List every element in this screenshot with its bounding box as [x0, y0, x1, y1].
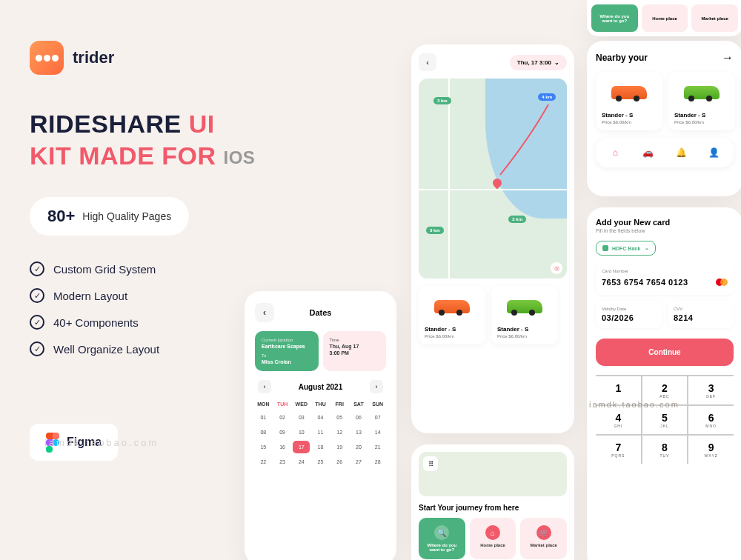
keypad-key[interactable]: 6MNO [688, 406, 734, 434]
day-cell[interactable]: 05 [331, 411, 348, 424]
arrow-right-icon[interactable]: → [722, 51, 734, 64]
day-cell[interactable]: 21 [369, 441, 386, 453]
day-cell[interactable]: 23 [274, 456, 291, 468]
day-cell[interactable]: 08 [255, 426, 272, 439]
back-button[interactable]: ‹ [255, 303, 274, 322]
day-cell[interactable]: 28 [369, 456, 386, 468]
day-cell[interactable]: 01 [255, 411, 272, 424]
journey-option-search[interactable]: 🔍Where do you want to go? [419, 518, 465, 559]
day-cell[interactable]: 17 [293, 441, 310, 453]
keypad-key[interactable]: 3DEF [688, 376, 734, 404]
day-cell[interactable]: 04 [312, 411, 329, 424]
mini-map[interactable]: ⠿ [419, 452, 567, 496]
day-cell[interactable]: 18 [312, 441, 329, 453]
day-cell[interactable]: 20 [350, 441, 368, 453]
keypad-key[interactable]: 5JKL [642, 406, 688, 434]
strip-option[interactable]: Home place [642, 4, 688, 32]
loc-value: Miss Croian [262, 359, 312, 364]
nav-car-icon[interactable]: 🚗 [639, 144, 657, 161]
back-button[interactable]: ‹ [419, 53, 436, 71]
next-month-button[interactable]: › [370, 380, 383, 393]
strip-option[interactable]: Market place [691, 4, 738, 32]
day-cell[interactable]: 03 [293, 411, 310, 424]
day-cell[interactable]: 24 [293, 456, 310, 468]
day-cell[interactable]: 19 [331, 441, 348, 453]
cvv-field[interactable]: CVV8214 [668, 301, 734, 328]
car-card[interactable]: Stander - SPrice $6.00/km [419, 286, 485, 344]
bank-selector[interactable]: HDFC Bank ⌄ [596, 241, 656, 256]
feature-list: ✓Custom Grid System ✓Modern Layout ✓40+ … [30, 261, 282, 356]
headline-accent: UI [189, 110, 215, 138]
keypad-key[interactable]: 7PQRS [596, 436, 641, 464]
journey-option-market[interactable]: 🛒Market place [520, 518, 567, 559]
check-icon: ✓ [30, 288, 44, 303]
day-cell[interactable]: 15 [255, 441, 272, 453]
watermark: iamdk.taobao.com [589, 400, 679, 409]
loc-value: Earthcare Scapes [262, 344, 312, 349]
day-cell[interactable]: 27 [350, 456, 368, 468]
card-number-field[interactable]: Card Number 7653 6754 7654 0123 [596, 263, 734, 295]
day-cell[interactable]: 09 [274, 426, 291, 439]
distance-pin[interactable]: 4 km [538, 93, 556, 101]
card-title: Add your New card [596, 218, 734, 227]
car-card[interactable]: Stander - SPrice $6.00/km [491, 286, 558, 344]
card-number: 7653 6754 7654 0123 [602, 278, 688, 287]
day-cell[interactable]: 25 [312, 456, 329, 468]
feature-text: Modern Layout [53, 290, 127, 302]
day-cell[interactable]: 06 [350, 411, 368, 424]
time-card[interactable]: Time Thu, Aug 17 3:00 PM [323, 331, 387, 371]
day-cell[interactable]: 26 [331, 456, 348, 468]
car-scroll[interactable]: Stander - SPrice $6.00/kmStander - SPric… [419, 286, 567, 344]
feature-item: ✓Modern Layout [30, 288, 282, 303]
field-label: Validity Date [602, 307, 656, 311]
distance-pin[interactable]: 2 km [508, 216, 526, 223]
map-screen: ‹ Thu, 17 3:00 ⌄ 3 km 4 km 3 km 2 km ◎ S… [411, 44, 574, 433]
day-cell[interactable]: 16 [274, 441, 291, 453]
day-cell[interactable]: 12 [331, 426, 348, 439]
day-header: TUH [274, 399, 291, 409]
nearby-title: Nearby your [596, 53, 648, 63]
date-chip-label: Thu, 17 3:00 [517, 59, 551, 66]
keypad-key[interactable]: 8TUV [642, 436, 688, 464]
validity-field[interactable]: Validity Date03/2026 [596, 301, 662, 328]
car-name: Stander - S [425, 326, 479, 333]
headline-word: RIDESHARE [30, 110, 182, 138]
option-label: Market place [531, 543, 557, 547]
chevron-down-icon: ⌄ [554, 59, 559, 66]
day-cell[interactable]: 14 [369, 426, 386, 439]
day-cell[interactable]: 02 [274, 411, 291, 424]
day-header: SUN [369, 399, 386, 409]
option-label: Where do you want to go? [428, 543, 457, 552]
day-cell[interactable]: 13 [350, 426, 368, 439]
day-header: SAT [350, 399, 368, 409]
brand-row: trider [30, 41, 282, 75]
feature-text: Well Organize Layout [53, 343, 159, 356]
day-cell[interactable]: 07 [369, 411, 386, 424]
distance-pin[interactable]: 3 km [433, 97, 451, 104]
keypad-key[interactable]: 4GHI [596, 406, 641, 434]
location-card[interactable]: Current location Earthcare Scapes To Mis… [255, 331, 319, 371]
nav-home-icon[interactable]: ⌂ [606, 144, 624, 161]
continue-button[interactable]: Continue [596, 339, 734, 366]
prev-month-button[interactable]: ‹ [258, 380, 271, 393]
map-view[interactable]: 3 km 4 km 3 km 2 km ◎ [419, 79, 567, 279]
car-card[interactable]: Stander - SPrice $6.00/km [596, 72, 662, 130]
car-price: Price $6.00/km [425, 334, 479, 339]
day-cell[interactable]: 11 [312, 426, 329, 439]
journey-option-home[interactable]: ⌂Home place [470, 518, 516, 559]
distance-pin[interactable]: 3 km [426, 227, 444, 234]
date-chip[interactable]: Thu, 17 3:00 ⌄ [510, 55, 567, 70]
drag-icon[interactable]: ⠿ [423, 456, 438, 471]
keypad-key[interactable]: 9WXYZ [688, 436, 734, 464]
day-cell[interactable]: 22 [255, 456, 272, 468]
time-label: Time [330, 338, 380, 342]
nav-user-icon[interactable]: 👤 [705, 144, 723, 161]
locate-button[interactable]: ◎ [551, 262, 562, 274]
headline-line2: KIT MADE FOR [30, 141, 216, 170]
nav-bell-icon[interactable]: 🔔 [672, 144, 690, 161]
nearby-cars[interactable]: Stander - SPrice $6.00/kmStander - SPric… [596, 72, 734, 130]
day-cell[interactable]: 10 [293, 426, 310, 439]
loc-label: Current location [262, 338, 312, 342]
strip-option[interactable]: Where do you want to go? [591, 4, 638, 32]
car-card[interactable]: Stander - SPrice $6.00/km [668, 72, 735, 130]
